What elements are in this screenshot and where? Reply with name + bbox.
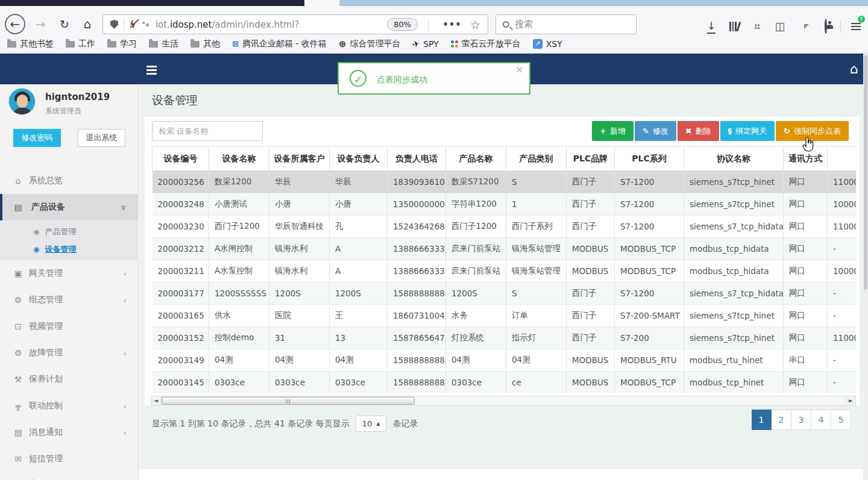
table-cell: MODBUS [567,349,615,372]
horizontal-scrollbar[interactable]: ◄ ► [151,396,856,406]
column-header-设备所属客户[interactable]: 设备所属客户 [269,147,330,171]
forward-button[interactable]: → [30,14,51,34]
scroll-left-arrow[interactable]: ◄ [151,396,161,405]
sidebar-toggle-icon[interactable]: ◫ [769,20,791,33]
search-icon [503,21,509,28]
library-icon[interactable] [723,22,746,31]
bookmark-item[interactable]: 生活 [149,39,178,49]
bookmark-item[interactable]: 其他 [190,39,220,49]
page-actions-icon[interactable]: ••• [442,19,462,30]
table-cell: 西门子 [567,327,615,349]
blocked-flash-icon[interactable]: ϟ [130,19,136,30]
app-home-icon[interactable]: ⌂ [850,61,858,76]
sidebar-item-消息通知[interactable]: ▤消息通知‹ [0,419,139,446]
column-header-设备名称[interactable]: 设备名称 [209,147,269,171]
bookmark-item[interactable]: 其他书签 [7,39,54,49]
sidebar-item-组态管理[interactable]: ⚙组态管理‹ [0,287,139,313]
sidebar-item-保养计划[interactable]: ⚒保养计划 [0,366,139,393]
table-row[interactable]: 200003152控制demo311315878656478灯控系统指示灯西门子… [153,327,857,349]
action-button-新增[interactable]: +新增 [592,121,634,141]
action-button-删除[interactable]: ✖删除 [678,121,719,141]
table-cell: MODBUS [567,238,615,260]
tracking-shield-icon[interactable] [110,20,118,29]
url-bar[interactable]: ϟ °₀ iot.idosp.net/admin/index.html? 80%… [102,14,488,34]
screenshot-icon[interactable]: ⌗ [746,20,769,33]
avatar[interactable] [8,88,36,115]
action-button-修改[interactable]: ✎修改 [635,121,676,141]
column-header-PLC品牌[interactable]: PLC品牌 [567,147,615,171]
permissions-icon[interactable]: °₀ [142,20,149,28]
sidebar-item-联动控制[interactable]: ╦联动控制‹ [0,393,139,419]
column-header-产品类别[interactable]: 产品类别 [506,147,567,171]
account-icon[interactable] [814,20,837,33]
bookmark-item[interactable]: ⊕综合管理平台 [339,39,401,49]
column-header-已绑定网关[interactable]: 已绑定网关 [828,147,857,171]
bookmark-item[interactable]: 工作 [66,39,95,49]
sidebar-collapse-icon[interactable] [146,64,157,76]
action-button-绑定网关[interactable]: §绑定网关 [720,121,775,141]
device-panel: +新增✎修改✖删除§绑定网关↻强制同步点表 设备编号设备名称设备所属客户设备负责… [145,117,860,406]
column-header-产品名称[interactable]: 产品名称 [446,147,506,171]
pager-page-3[interactable]: 3 [791,410,811,430]
tab-segment-light[interactable] [304,0,339,6]
bookmark-item[interactable]: ✈SPY [412,39,438,49]
scroll-right-arrow[interactable]: ► [846,396,855,405]
tab-segment-blue[interactable] [339,0,868,6]
toast-close-icon[interactable]: × [515,64,523,75]
table-row[interactable]: 20000314904测04测04测1588888888804测04测MODBU… [153,349,857,372]
reload-button[interactable]: ↻ [54,14,75,34]
column-header-负责人电话[interactable]: 负责人电话 [388,147,446,171]
bookmark-star-icon[interactable]: ☆ [470,18,480,31]
bookmark-item[interactable]: ⊠腾讯企业邮箱 - 收件箱 [232,39,327,49]
chevron-left-icon: ‹ [124,402,127,411]
pager-page-5[interactable]: 5 [831,410,851,430]
sidebar-item-视频管理[interactable]: ⊡视频管理 [0,313,139,340]
back-button[interactable]: ← [5,14,25,34]
search-bar[interactable]: 搜索 [495,14,637,34]
zoom-level-badge[interactable]: 80% [387,18,418,31]
table-cell: 13500000000 [388,193,446,216]
vertical-scrollbar[interactable] [863,54,868,480]
table-cell: 西门子系列 [506,216,567,238]
menu-hamburger-icon[interactable]: ↑ [844,21,868,32]
browser-tab-strip[interactable] [0,0,868,6]
change-password-button[interactable]: 修改密码 [13,129,61,147]
sidebar-item-系统总览[interactable]: ⌂系统总览 [0,167,139,194]
pager-page-2[interactable]: 2 [772,410,791,430]
vertical-scrollbar-thumb[interactable] [864,55,867,290]
browser-home-button[interactable]: ⌂ [77,14,98,34]
table-row[interactable]: 2000031771200SSSSSS1200S1200S15888888888… [153,282,857,305]
sidebar-item-短信管理[interactable]: ✉短信管理 [0,446,139,472]
column-header-设备编号[interactable]: 设备编号 [153,147,209,171]
table-row[interactable]: 200003165供水医院王18607310041水务订单西门子S7-200-S… [153,305,857,327]
sidebar-item-卡号管理[interactable]: ▥卡号管理 [0,472,139,480]
mouse-cursor [802,137,815,152]
sidebar-subitem-产品管理[interactable]: ◉产品管理 [0,223,139,240]
bookmark-item[interactable]: 学习 [107,39,137,49]
downloads-icon[interactable]: ↓ [700,19,723,34]
sidebar-item-故障管理[interactable]: ⚙故障管理‹ [0,340,139,366]
bookmark-item[interactable]: ↗XSY [533,39,562,49]
sidebar-item-网关管理[interactable]: ▣网关管理‹ [0,260,139,287]
table-row[interactable]: 200003212A水闸控制镇海水利A13886663333庶来门前泵站镇海泵站… [153,238,857,260]
table-row[interactable]: 200003256数采1200华辰华辰18390936104数采S71200S西… [153,171,857,193]
column-header-PLC系列[interactable]: PLC系列 [615,147,684,171]
scrollbar-thumb[interactable] [162,397,415,405]
table-row[interactable]: 2000031450303ce0303ce0303ce1588888888803… [153,372,857,394]
table-cell: 小唐测试 [209,193,269,216]
table-row[interactable]: 200003230西门子1200华辰智通科技孔15243642681西门子120… [153,216,857,238]
bookmark-item[interactable]: 萤石云开放平台 [451,39,521,49]
sidebar-subitem-设备管理[interactable]: ◉设备管理 [0,240,139,258]
table-cell: 200003165 [153,305,209,327]
device-search-input[interactable] [152,121,263,141]
pager-page-1[interactable]: 1 [752,410,772,430]
tab-segment-dark[interactable] [0,0,304,6]
logout-button[interactable]: 退出系统 [78,129,125,147]
page-size-select[interactable]: 10 ▲ [356,416,387,432]
table-row[interactable]: 200003211A水泵控制镇海水利A13886663333庶来门前泵站镇海泵站… [153,260,857,282]
sidebar-item-产品设备[interactable]: ▤产品设备∨ [0,194,139,220]
column-header-设备负责人[interactable]: 设备负责人 [330,147,388,171]
table-row[interactable]: 200003248小唐测试小唐小唐13500000000字符串12001西门子S… [153,193,857,216]
column-header-协议名称[interactable]: 协议名称 [684,147,784,171]
pager-page-4[interactable]: 4 [811,410,831,430]
